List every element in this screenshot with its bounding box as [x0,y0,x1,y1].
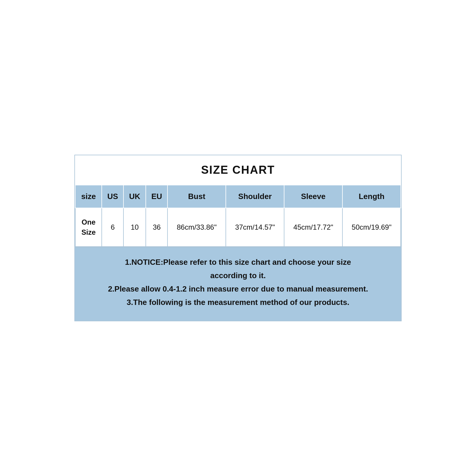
table-header-row: size US UK EU Bust Shoulder Sleeve Lengt… [75,185,401,208]
size-chart-container: SIZE CHART size US UK EU Bust Shoulder S… [74,155,402,321]
page-wrapper: SIZE CHART size US UK EU Bust Shoulder S… [74,155,402,321]
notice-section: 1.NOTICE:Please refer to this size chart… [75,247,401,321]
notice-line-4: 3.The following is the measurement metho… [87,297,389,308]
table-row: OneSize 6 10 36 86cm/33.86" 37cm/14.57" … [75,208,401,246]
size-table: size US UK EU Bust Shoulder Sleeve Lengt… [75,185,401,247]
header-length: Length [342,185,401,208]
table-wrapper: size US UK EU Bust Shoulder Sleeve Lengt… [75,185,401,247]
cell-shoulder: 37cm/14.57" [226,208,284,246]
cell-eu: 36 [146,208,167,246]
cell-us: 6 [102,208,123,246]
header-eu: EU [146,185,167,208]
cell-sleeve: 45cm/17.72" [284,208,342,246]
header-sleeve: Sleeve [284,185,342,208]
header-size: size [75,185,102,208]
cell-uk: 10 [123,208,146,246]
header-uk: UK [123,185,146,208]
cell-size: OneSize [75,208,102,246]
header-bust: Bust [167,185,226,208]
notice-line-1: 1.NOTICE:Please refer to this size chart… [87,256,389,268]
size-chart-title: SIZE CHART [75,155,401,185]
notice-line-3: 2.Please allow 0.4-1.2 inch measure erro… [87,283,389,295]
header-shoulder: Shoulder [226,185,284,208]
cell-length: 50cm/19.69" [342,208,401,246]
header-us: US [102,185,123,208]
notice-line-2: according to it. [87,270,389,281]
cell-bust: 86cm/33.86" [167,208,226,246]
